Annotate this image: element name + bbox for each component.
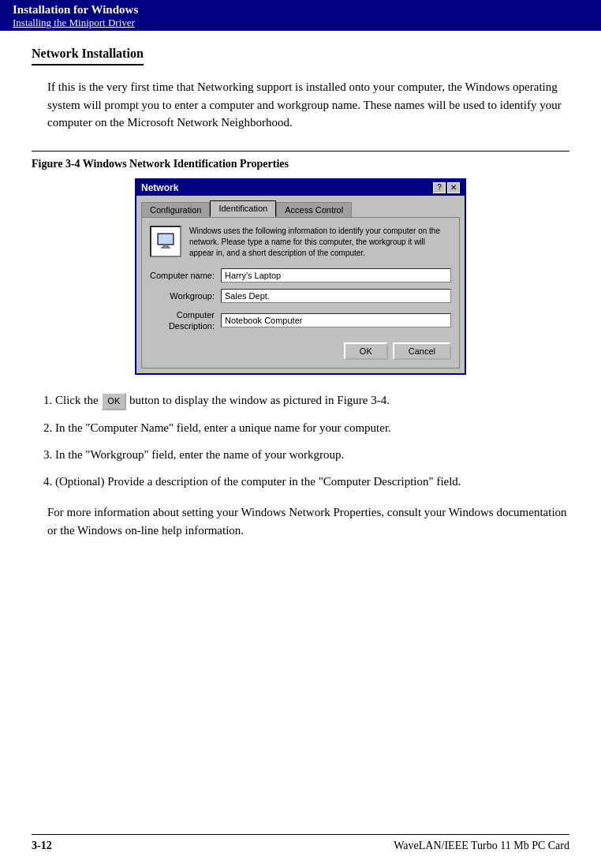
- header-title: Installation for Windows: [13, 3, 588, 17]
- header-subtitle: Installing the Miniport Driver: [13, 17, 588, 29]
- workgroup-row: Workgroup:: [150, 289, 451, 303]
- main-content: Network Installation If this is the very…: [0, 31, 601, 578]
- computer-description-input[interactable]: [221, 313, 451, 327]
- instruction-2-text: In the "Computer Name" field, enter a un…: [55, 421, 391, 434]
- dialog-button-row: OK Cancel: [150, 342, 451, 360]
- workgroup-label: Workgroup:: [150, 291, 221, 301]
- page-header: Installation for Windows Installing the …: [0, 0, 601, 31]
- section-heading: Network Installation: [32, 47, 144, 65]
- computer-name-row: Computer name:: [150, 268, 451, 282]
- computer-svg: [155, 230, 177, 253]
- instruction-1-after: button to display the window as pictured…: [126, 394, 390, 406]
- instruction-item-3: In the "Workgroup" field, enter the name…: [55, 445, 569, 464]
- svg-rect-1: [159, 234, 173, 244]
- page-footer: 3-12 WaveLAN/IEEE Turbo 11 Mb PC Card: [32, 834, 569, 852]
- figure-caption: Figure 3-4 Windows Network Identificatio…: [32, 158, 569, 170]
- tab-access-control[interactable]: Access Control: [276, 202, 352, 217]
- computer-description-row: ComputerDescription:: [150, 309, 451, 332]
- computer-description-label: ComputerDescription:: [150, 309, 221, 332]
- tab-configuration[interactable]: Configuration: [141, 202, 210, 217]
- network-installation-section: Network Installation If this is the very…: [32, 47, 569, 132]
- dialog-info-text: Windows uses the following information t…: [189, 226, 451, 259]
- close-button[interactable]: ✕: [447, 182, 460, 193]
- inline-ok-button: OK: [101, 392, 126, 411]
- tab-identification[interactable]: Identification: [210, 200, 276, 217]
- footer-product: WaveLAN/IEEE Turbo 11 Mb PC Card: [394, 840, 569, 852]
- instructions-list: Click the OK button to display the windo…: [47, 391, 569, 491]
- ok-button[interactable]: OK: [344, 342, 388, 360]
- computer-name-input[interactable]: [221, 268, 451, 282]
- instruction-item-4: (Optional) Provide a description of the …: [55, 472, 569, 491]
- footer-paragraph: For more information about setting your …: [47, 503, 569, 539]
- workgroup-input[interactable]: [221, 289, 451, 303]
- dialog-titlebar: Network ? ✕: [136, 180, 465, 196]
- instruction-1-before: Click the: [55, 394, 101, 406]
- dialog-body: Windows uses the following information t…: [141, 217, 460, 369]
- svg-rect-3: [161, 247, 170, 249]
- instruction-item-1: Click the OK button to display the windo…: [55, 391, 569, 410]
- page-number: 3-12: [32, 840, 52, 852]
- computer-icon: [150, 226, 181, 257]
- instruction-3-text: In the "Workgroup" field, enter the name…: [55, 448, 344, 461]
- dialog-tabs: Configuration Identification Access Cont…: [136, 196, 465, 217]
- intro-paragraph: If this is the very first time that Netw…: [47, 78, 569, 132]
- computer-name-label: Computer name:: [150, 271, 221, 280]
- dialog-title: Network: [141, 182, 178, 193]
- instruction-item-2: In the "Computer Name" field, enter a un…: [55, 418, 569, 437]
- cancel-button[interactable]: Cancel: [393, 342, 451, 360]
- instruction-4-text: (Optional) Provide a description of the …: [55, 475, 461, 488]
- figure-separator: [32, 151, 569, 152]
- windows-dialog: Network ? ✕ Configuration Identification…: [135, 178, 466, 376]
- titlebar-buttons: ? ✕: [433, 182, 460, 193]
- svg-rect-2: [162, 245, 169, 247]
- help-button[interactable]: ?: [433, 182, 446, 193]
- dialog-info-row: Windows uses the following information t…: [150, 226, 451, 259]
